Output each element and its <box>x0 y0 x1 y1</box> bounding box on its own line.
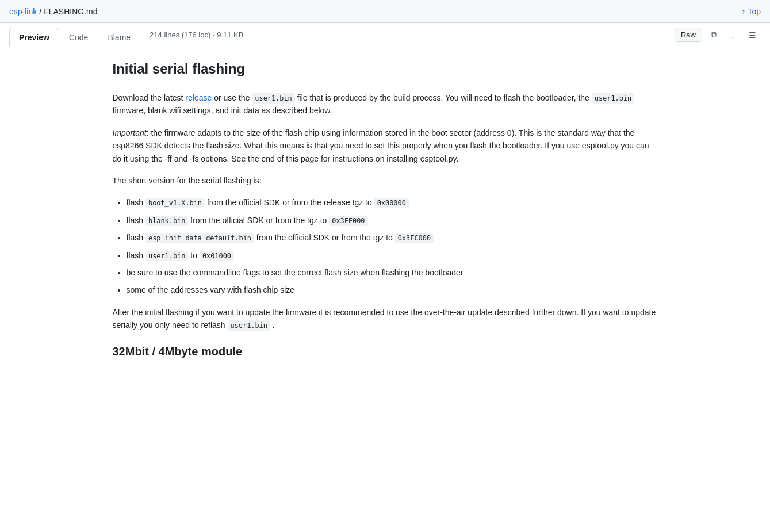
li4-code2: 0x01000 <box>200 251 234 261</box>
li2-code2: 0x3FE000 <box>329 216 367 226</box>
li6-text: some of the addresses vary with flash ch… <box>127 285 295 294</box>
top-label: Top <box>748 7 761 16</box>
paragraph-4: After the initial flashing if you want t… <box>113 306 658 332</box>
download-button[interactable]: ↓ <box>726 28 740 42</box>
li2-middle: from the official SDK or from the tgz to <box>188 216 329 225</box>
paragraph-3: The short version for the serial flashin… <box>113 174 658 187</box>
top-bar: esp-link / FLASHING.md ↑ Top <box>0 0 770 23</box>
important-em: Important <box>113 128 147 137</box>
copy-button[interactable]: ⧉ <box>707 28 722 42</box>
li1-middle: from the official SDK or from the releas… <box>205 198 374 207</box>
li4-code1: user1.bin <box>145 251 188 261</box>
li1-before: flash <box>127 198 145 207</box>
li3-code1: esp_init_data_default.bin <box>145 233 254 243</box>
para1-code2: user1.bin <box>592 93 634 104</box>
breadcrumb-repo-link[interactable]: esp-link <box>9 7 37 16</box>
breadcrumb: esp-link / FLASHING.md <box>9 7 98 16</box>
para1-text-mid2: file that is produced by the build proce… <box>295 93 592 102</box>
list-item: flash esp_init_data_default.bin from the… <box>127 231 658 244</box>
tab-blame[interactable]: Blame <box>98 28 140 47</box>
para4-code: user1.bin <box>228 320 270 331</box>
para2-rest: : the firmware adapts to the size of the… <box>113 128 649 163</box>
list-item: flash blank.bin from the official SDK or… <box>127 214 658 227</box>
menu-button[interactable]: ☰ <box>744 28 761 42</box>
top-link[interactable]: ↑ Top <box>741 7 761 16</box>
breadcrumb-file: FLASHING.md <box>44 7 97 16</box>
release-link[interactable]: release <box>185 93 212 102</box>
list-item: be sure to use the commandline flags to … <box>127 266 658 279</box>
li3-middle: from the official SDK or from the tgz to <box>254 233 395 242</box>
li1-code2: 0x00000 <box>374 198 409 208</box>
li4-middle: to <box>188 251 199 260</box>
raw-button[interactable]: Raw <box>675 28 702 42</box>
para1-text-end: firmware, blank wifi settings, and init … <box>113 106 332 115</box>
breadcrumb-separator: / <box>39 7 41 16</box>
bullet-list: flash boot_v1.X.bin from the official SD… <box>127 196 658 296</box>
para1-text-mid1: or use the <box>212 93 252 102</box>
para4-before: After the initial flashing if you want t… <box>113 308 656 330</box>
content-area: Initial serial flashing Download the lat… <box>94 47 676 385</box>
tab-actions: Raw ⧉ ↓ ☰ <box>675 28 761 47</box>
list-item: flash boot_v1.X.bin from the official SD… <box>127 196 658 209</box>
li1-code1: boot_v1.X.bin <box>145 198 205 208</box>
tab-bar: Preview Code Blame 214 lines (176 loc) ·… <box>0 23 770 47</box>
list-item: flash user1.bin to 0x01000 <box>127 249 658 262</box>
list-item: some of the addresses vary with flash ch… <box>127 284 658 296</box>
paragraph-1: Download the latest release or use the u… <box>113 91 658 117</box>
tab-preview[interactable]: Preview <box>9 28 59 47</box>
li4-before: flash <box>127 251 145 260</box>
h2-title: 32Mbit / 4Mbyte module <box>113 345 658 362</box>
paragraph-2: Important: the firmware adapts to the si… <box>113 127 658 165</box>
file-info: 214 lines (176 loc) · 9.11 KB <box>150 30 675 44</box>
tab-code[interactable]: Code <box>59 28 98 47</box>
h1-title: Initial serial flashing <box>113 61 658 82</box>
para1-text-before: Download the latest <box>113 93 186 102</box>
para1-code1: user1.bin <box>252 93 294 104</box>
li3-before: flash <box>127 233 145 242</box>
li2-code1: blank.bin <box>145 216 188 226</box>
top-arrow-icon: ↑ <box>741 7 745 16</box>
para4-end: . <box>270 320 275 330</box>
li2-before: flash <box>127 216 145 225</box>
li3-code2: 0x3FC000 <box>395 233 434 243</box>
li5-text: be sure to use the commandline flags to … <box>127 268 463 277</box>
